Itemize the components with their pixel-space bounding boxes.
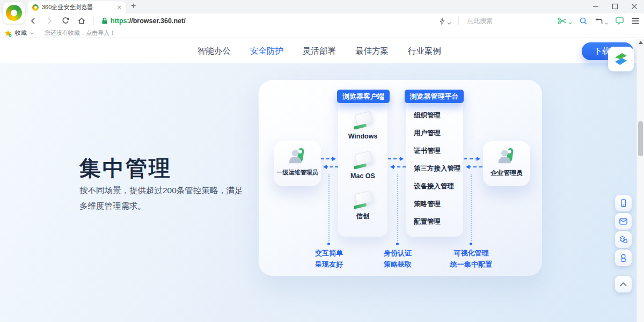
person-icon — [496, 147, 517, 166]
secure-lock-icon — [101, 17, 108, 25]
nav-item-cases[interactable]: 行业案例 — [408, 46, 441, 57]
callout-line: 可视化管理 — [436, 247, 506, 259]
page-title: 集中管理 — [79, 153, 172, 183]
client-os-xinchuang: 信创 — [338, 192, 387, 221]
tab-close-icon[interactable]: × — [117, 4, 121, 11]
page-scrollbar[interactable] — [636, 39, 644, 322]
platform-badge: 浏览器管理平台 — [405, 90, 464, 103]
wechat-contact-button[interactable] — [615, 231, 632, 248]
back-to-top-button[interactable] — [615, 276, 632, 292]
toolbar-right-cluster: 点此搜索 — [438, 13, 640, 28]
hamburger-menu-icon[interactable] — [631, 17, 640, 25]
tab-strip: 360企业安全浏览器 × + — [0, 0, 644, 13]
arrow-left-icon — [392, 166, 406, 167]
toolbar-separator — [93, 17, 94, 25]
callout-interaction: 交互简单 呈现友好 — [294, 247, 364, 270]
monitor-icon — [351, 112, 375, 130]
qq-contact-button[interactable] — [615, 250, 632, 266]
nav-item-deploy[interactable]: 灵活部署 — [303, 46, 336, 57]
download-label: 下载 — [594, 46, 610, 56]
contact-floaters — [615, 195, 632, 266]
close-icon[interactable] — [631, 3, 638, 10]
wechat-icon — [619, 235, 628, 244]
chevron-down-icon[interactable] — [30, 32, 34, 35]
enterprise-admin-label: 企业管理员 — [483, 169, 530, 178]
browser-window: 360企业安全浏览器 × + https://browser.360.net/ … — [0, 0, 644, 322]
address-bar[interactable]: https://browser.360.net/ — [101, 17, 186, 25]
person-icon — [287, 147, 308, 166]
360-logo-icon — [6, 5, 22, 21]
screenshot-tool[interactable] — [558, 17, 572, 25]
platform-feature: 配置管理 — [414, 213, 461, 231]
bookmarks-import-hint[interactable]: 您还没有收藏，点击导入！ — [45, 29, 115, 37]
monitor-icon — [351, 152, 375, 170]
floating-assistant-widget[interactable] — [608, 47, 634, 71]
s-ribbon-logo-icon — [613, 51, 629, 67]
forward-icon[interactable] — [45, 17, 54, 25]
chevron-up-icon — [619, 281, 628, 288]
undo-arrow-icon — [595, 17, 603, 25]
nav-item-smart-office[interactable]: 智能办公 — [197, 46, 231, 57]
callout-visual: 可视化管理 统一集中配置 — [436, 247, 506, 270]
callout-leader-line — [328, 174, 330, 241]
client-os-label: Mac OS — [338, 172, 387, 180]
client-os-label: 信创 — [338, 212, 387, 221]
management-diagram: 浏览器客户端 浏览器管理平台 Windows Mac OS 信创 — [259, 80, 542, 276]
qq-icon — [619, 253, 628, 262]
callout-line: 统一集中配置 — [436, 259, 506, 270]
callout-dot — [470, 243, 472, 245]
new-tab-button[interactable]: + — [131, 1, 136, 11]
platform-feature: 用户管理 — [414, 125, 461, 142]
nav-item-security[interactable]: 安全防护 — [250, 46, 283, 57]
ops-admin-card: 一级运维管理员 — [274, 141, 321, 186]
callout-leader-line — [471, 174, 472, 241]
mail-icon — [619, 217, 628, 226]
platform-feature-list: 组织管理 用户管理 证书管理 第三方接入管理 设备接入管理 策略管理 配置管理 — [414, 107, 461, 231]
client-os-label: Windows — [338, 133, 387, 140]
window-controls — [592, 3, 638, 10]
callout-leader-line — [397, 174, 398, 241]
browser-tab[interactable]: 360企业安全浏览器 × — [28, 1, 126, 13]
callout-line: 身份认证 — [363, 247, 433, 259]
email-contact-button[interactable] — [615, 213, 632, 230]
browser-menu-logo-button[interactable] — [3, 2, 25, 24]
hero-section: 集中管理 按不同场景，提供超过200条管控策略，满足多维度管理需求。 浏览器客户… — [0, 63, 636, 322]
site-nav: 智能办公 安全防护 灵活部署 最佳方案 行业案例 下载 — [0, 39, 636, 63]
url-text: ://browser.360.net/ — [127, 17, 186, 25]
platform-feature: 策略管理 — [414, 195, 461, 213]
site-favicon-icon — [32, 4, 39, 11]
ops-admin-label: 一级运维管理员 — [274, 169, 321, 177]
mobile-contact-button[interactable] — [615, 195, 632, 211]
refresh-icon[interactable] — [61, 17, 70, 25]
home-icon[interactable] — [77, 17, 86, 25]
quick-launch[interactable] — [438, 17, 451, 25]
nav-item-solutions[interactable]: 最佳方案 — [355, 46, 389, 57]
favorites-star-icon — [4, 30, 12, 37]
bookmarks-bar: 收藏 您还没有收藏，点击导入！ — [0, 28, 644, 38]
platform-feature: 第三方接入管理 — [414, 160, 461, 178]
feedback-chat-icon[interactable] — [615, 17, 624, 25]
maximize-icon[interactable] — [612, 3, 618, 10]
web-page: 智能办公 安全防护 灵活部署 最佳方案 行业案例 下载 集中管理 按不同场景，提… — [0, 39, 636, 322]
monitor-icon — [351, 192, 375, 210]
callout-dot — [396, 243, 399, 245]
scrollbar-thumb[interactable] — [638, 121, 643, 156]
callout-line: 交互简单 — [294, 247, 364, 259]
scissors-icon — [558, 17, 567, 25]
favorites-button[interactable]: 收藏 — [15, 29, 27, 37]
chevron-down-icon — [568, 21, 572, 25]
page-description: 按不同场景，提供超过200条管控策略，满足多维度管理需求。 — [79, 182, 247, 214]
phone-icon — [619, 199, 628, 208]
back-icon[interactable] — [29, 17, 38, 25]
callout-identity: 身份认证 策略获取 — [363, 247, 433, 270]
chevron-down-icon — [447, 21, 451, 25]
client-os-windows: Windows — [338, 112, 387, 140]
tab-title: 360企业安全浏览器 — [42, 3, 114, 11]
restore-tabs[interactable] — [595, 17, 608, 25]
password-magnifier-icon[interactable] — [579, 17, 588, 25]
minimize-icon[interactable] — [592, 3, 599, 10]
toolbar-separator — [458, 17, 459, 25]
scrollbar-up-arrow-icon[interactable] — [639, 41, 643, 44]
platform-feature: 设备接入管理 — [414, 178, 461, 195]
search-input[interactable]: 点此搜索 — [467, 17, 493, 26]
